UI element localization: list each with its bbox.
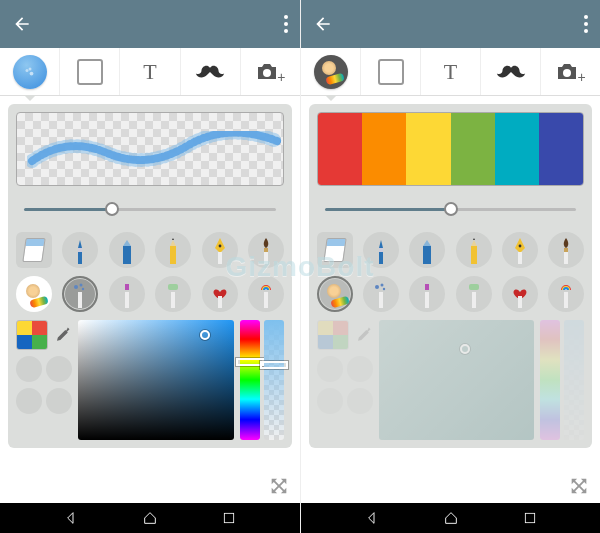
nav-back[interactable] bbox=[63, 510, 79, 526]
recent-color-3[interactable] bbox=[16, 388, 42, 414]
size-slider[interactable] bbox=[16, 194, 284, 224]
size-slider[interactable] bbox=[317, 194, 584, 224]
tool-pencil[interactable] bbox=[456, 232, 492, 268]
tool-pen-fine[interactable] bbox=[363, 232, 399, 268]
tool-tabs: T + bbox=[301, 48, 600, 96]
overflow-menu[interactable] bbox=[284, 15, 288, 33]
android-navbar bbox=[0, 503, 300, 533]
recent-color-3 bbox=[317, 388, 343, 414]
tab-sticker[interactable] bbox=[181, 48, 241, 95]
nav-home[interactable] bbox=[443, 510, 459, 526]
tool-finger-smudge[interactable] bbox=[16, 276, 52, 312]
tool-roller[interactable] bbox=[456, 276, 492, 312]
tool-eraser[interactable] bbox=[16, 232, 52, 268]
eyedropper-button bbox=[353, 320, 373, 350]
nav-recent[interactable] bbox=[522, 510, 538, 526]
recent-color-4[interactable] bbox=[46, 388, 72, 414]
tool-marker[interactable] bbox=[109, 232, 145, 268]
tool-rainbow-brush[interactable] bbox=[248, 276, 284, 312]
brush-panel bbox=[309, 104, 592, 448]
recent-color-2 bbox=[347, 356, 373, 382]
tool-rainbow-brush[interactable] bbox=[548, 276, 584, 312]
mustache-icon bbox=[494, 64, 528, 80]
hue-slider bbox=[540, 320, 560, 440]
hue-slider[interactable] bbox=[240, 320, 260, 440]
scribble-stroke bbox=[27, 131, 284, 171]
saturation-box[interactable] bbox=[78, 320, 234, 440]
recent-color-1[interactable] bbox=[16, 356, 42, 382]
plus-icon: + bbox=[577, 69, 585, 85]
tool-nib-pen[interactable] bbox=[502, 232, 538, 268]
tab-camera[interactable]: + bbox=[241, 48, 300, 95]
tool-crayon[interactable] bbox=[409, 276, 445, 312]
tool-finger-smudge[interactable] bbox=[317, 276, 353, 312]
tool-eraser[interactable] bbox=[317, 232, 353, 268]
nav-recent[interactable] bbox=[221, 510, 237, 526]
svg-rect-24 bbox=[564, 248, 568, 252]
slider-thumb[interactable] bbox=[105, 202, 119, 216]
tab-shape[interactable] bbox=[361, 48, 421, 95]
text-icon: T bbox=[444, 59, 457, 85]
overflow-menu[interactable] bbox=[584, 15, 588, 33]
svg-rect-29 bbox=[379, 292, 383, 308]
rainbow-stroke bbox=[318, 113, 583, 185]
svg-rect-34 bbox=[518, 296, 522, 308]
saturation-cursor[interactable] bbox=[200, 330, 210, 340]
tool-heart-stamp[interactable] bbox=[502, 276, 538, 312]
expand-button[interactable] bbox=[568, 475, 590, 497]
tab-text[interactable]: T bbox=[120, 48, 180, 95]
svg-rect-13 bbox=[125, 284, 129, 290]
nav-back[interactable] bbox=[364, 510, 380, 526]
tool-pen-fine[interactable] bbox=[62, 232, 98, 268]
tool-airbrush[interactable] bbox=[363, 276, 399, 312]
svg-rect-6 bbox=[218, 252, 222, 264]
svg-rect-33 bbox=[472, 292, 476, 308]
tool-brush-round[interactable] bbox=[548, 232, 584, 268]
recent-color-2[interactable] bbox=[46, 356, 72, 382]
tool-airbrush[interactable] bbox=[62, 276, 98, 312]
tab-shape[interactable] bbox=[60, 48, 120, 95]
tool-brush-round[interactable] bbox=[248, 232, 284, 268]
android-navbar bbox=[301, 503, 600, 533]
eyedropper-icon bbox=[353, 325, 373, 345]
tab-brush[interactable] bbox=[0, 48, 60, 95]
tab-brush[interactable] bbox=[301, 48, 361, 95]
svg-rect-8 bbox=[264, 252, 268, 264]
svg-rect-12 bbox=[78, 292, 82, 308]
tab-camera[interactable]: + bbox=[541, 48, 600, 95]
tool-pencil[interactable] bbox=[155, 232, 191, 268]
tool-roller[interactable] bbox=[155, 276, 191, 312]
app-bar bbox=[0, 0, 300, 48]
color-area bbox=[16, 320, 284, 440]
svg-rect-19 bbox=[224, 513, 233, 522]
brush-panel bbox=[8, 104, 292, 448]
tab-text[interactable]: T bbox=[421, 48, 481, 95]
tool-marker[interactable] bbox=[409, 232, 445, 268]
nav-home[interactable] bbox=[142, 510, 158, 526]
slider-thumb[interactable] bbox=[444, 202, 458, 216]
svg-rect-7 bbox=[264, 248, 268, 252]
svg-point-10 bbox=[80, 284, 83, 287]
eyedropper-button[interactable] bbox=[52, 320, 72, 350]
tool-row-2 bbox=[16, 276, 284, 312]
alpha-handle[interactable] bbox=[260, 361, 288, 369]
more-vert-icon bbox=[584, 15, 588, 33]
tool-nib-pen[interactable] bbox=[202, 232, 238, 268]
alpha-slider bbox=[564, 320, 584, 440]
mustache-icon bbox=[193, 64, 227, 80]
swatches-button[interactable] bbox=[16, 320, 48, 350]
tool-crayon[interactable] bbox=[109, 276, 145, 312]
back-button[interactable] bbox=[12, 14, 32, 34]
expand-button[interactable] bbox=[268, 475, 290, 497]
text-icon: T bbox=[143, 59, 156, 85]
tool-heart-stamp[interactable] bbox=[202, 276, 238, 312]
eraser-icon bbox=[22, 238, 45, 262]
back-button[interactable] bbox=[313, 14, 333, 34]
saturation-cursor bbox=[460, 344, 470, 354]
recent-color-1 bbox=[317, 356, 343, 382]
svg-point-5 bbox=[218, 245, 221, 248]
svg-point-2 bbox=[29, 71, 33, 75]
tab-sticker[interactable] bbox=[481, 48, 541, 95]
tool-row-1 bbox=[16, 232, 284, 268]
alpha-slider[interactable] bbox=[264, 320, 284, 440]
